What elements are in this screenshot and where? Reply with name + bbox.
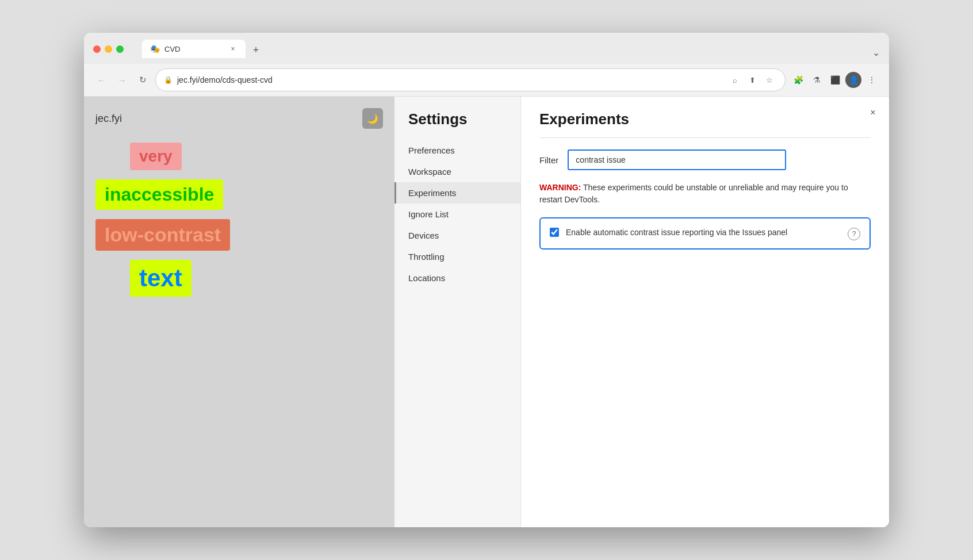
- dark-mode-button[interactable]: 🌙: [362, 108, 383, 129]
- address-text: jec.fyi/demo/cds-quest-cvd: [177, 75, 723, 85]
- address-actions: ⌕ ⬆ ☆: [727, 72, 777, 87]
- bookmark-icon[interactable]: ☆: [762, 72, 777, 87]
- site-header: jec.fyi 🌙: [95, 108, 383, 129]
- browser-window: 🎭 CVD × + ⌄ ← → ↻ 🔒 jec.fyi/demo/cds-que…: [84, 33, 889, 527]
- tab-favicon: 🎭: [150, 44, 160, 53]
- menu-icon[interactable]: ⋮: [864, 72, 880, 88]
- extensions-icon[interactable]: 🧩: [790, 72, 806, 88]
- section-divider: [539, 137, 871, 138]
- active-tab[interactable]: 🎭 CVD ×: [142, 40, 246, 58]
- tab-label: CVD: [164, 45, 180, 53]
- reload-button[interactable]: ↻: [135, 72, 151, 88]
- demo-text-text: text: [130, 260, 191, 297]
- experiments-content: Experiments Filter WARNING: These experi…: [521, 97, 889, 527]
- devtools-panel: Settings Preferences Workspace Experimen…: [394, 97, 889, 527]
- demo-text-low-contrast: low-contrast: [95, 219, 230, 251]
- close-traffic-light[interactable]: [93, 45, 101, 53]
- warning-label: WARNING:: [539, 183, 581, 192]
- experiments-title: Experiments: [539, 110, 871, 128]
- site-title: jec.fyi: [95, 113, 122, 125]
- tabs-row: 🎭 CVD × + ⌄: [142, 40, 880, 58]
- profile-button[interactable]: 👤: [845, 72, 861, 88]
- toolbar-right: 🧩 ⚗ ⬛ 👤 ⋮: [790, 72, 880, 88]
- settings-nav-ignore-list[interactable]: Ignore List: [394, 204, 520, 225]
- help-button[interactable]: ?: [848, 228, 860, 240]
- filter-row: Filter: [539, 149, 871, 170]
- back-button[interactable]: ←: [93, 72, 109, 88]
- experiment-label: Enable automatic contrast issue reportin…: [566, 227, 841, 239]
- devtools-close-button[interactable]: ×: [866, 106, 880, 120]
- settings-title: Settings: [394, 110, 520, 140]
- demo-text-inaccessible: inaccessible: [95, 179, 223, 210]
- traffic-lights: [93, 45, 124, 53]
- tab-close-button[interactable]: ×: [228, 44, 237, 53]
- filter-label: Filter: [539, 155, 558, 165]
- warning-text: WARNING: These experiments could be unst…: [539, 182, 871, 206]
- lock-icon: 🔒: [164, 76, 173, 84]
- forward-button[interactable]: →: [114, 72, 130, 88]
- settings-nav-locations[interactable]: Locations: [394, 267, 520, 289]
- address-bar[interactable]: 🔒 jec.fyi/demo/cds-quest-cvd ⌕ ⬆ ☆: [155, 68, 786, 91]
- new-tab-button[interactable]: +: [248, 42, 264, 58]
- maximize-traffic-light[interactable]: [116, 45, 124, 53]
- split-icon[interactable]: ⬛: [827, 72, 843, 88]
- warning-body: These experiments could be unstable or u…: [539, 183, 848, 204]
- settings-nav-preferences[interactable]: Preferences: [394, 140, 520, 161]
- lab-icon[interactable]: ⚗: [809, 72, 825, 88]
- settings-nav-devices[interactable]: Devices: [394, 225, 520, 246]
- webpage-area: jec.fyi 🌙 very inaccessible low-contrast…: [84, 97, 394, 527]
- page-content: jec.fyi 🌙 very inaccessible low-contrast…: [84, 97, 889, 527]
- filter-input[interactable]: [568, 149, 786, 170]
- demo-text-very: very: [130, 143, 182, 170]
- settings-nav-experiments[interactable]: Experiments: [394, 182, 520, 204]
- settings-sidebar: Settings Preferences Workspace Experimen…: [394, 97, 521, 527]
- tab-menu-button[interactable]: ⌄: [872, 47, 880, 58]
- minimize-traffic-light[interactable]: [105, 45, 112, 53]
- share-icon[interactable]: ⬆: [745, 72, 760, 87]
- experiment-item: Enable automatic contrast issue reportin…: [539, 217, 871, 250]
- toolbar: ← → ↻ 🔒 jec.fyi/demo/cds-quest-cvd ⌕ ⬆ ☆…: [84, 64, 889, 97]
- settings-nav-throttling[interactable]: Throttling: [394, 246, 520, 267]
- search-icon[interactable]: ⌕: [727, 72, 742, 87]
- settings-nav-workspace[interactable]: Workspace: [394, 161, 520, 182]
- title-bar: 🎭 CVD × + ⌄: [84, 33, 889, 64]
- experiment-checkbox[interactable]: [550, 228, 559, 237]
